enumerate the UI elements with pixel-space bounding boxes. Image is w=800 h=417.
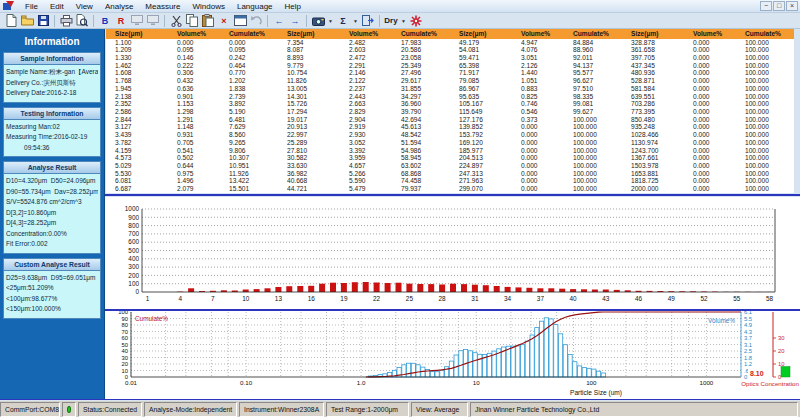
size-cell: 9.779: [278, 62, 340, 70]
size-cell: 6.687: [106, 185, 168, 193]
svg-text:900: 900: [128, 214, 139, 221]
volume-cell: 2.919: [340, 123, 392, 131]
volume-cell: 0.095: [168, 46, 220, 54]
measure-button[interactable]: [310, 14, 326, 28]
volume-cell: 0.222: [168, 62, 220, 70]
size-cell: 59.471: [450, 54, 512, 62]
menu-bar: FileEditViewAnalyseMeassureWindowsLangua…: [0, 0, 800, 13]
menu-file[interactable]: File: [19, 1, 44, 12]
app-window: FileEditViewAnalyseMeassureWindowsLangua…: [0, 0, 800, 417]
panel-custom-analyse-result: Custom Analyse ResultD25=9.638μm D95=69.…: [3, 258, 101, 319]
volume-cell: 0.373: [512, 116, 564, 124]
svg-text:1: 1: [146, 295, 150, 302]
svg-text:10: 10: [122, 368, 128, 374]
cumulate-cell: 100.000: [564, 177, 622, 185]
volume-cell: 3.392: [340, 147, 392, 155]
cumulate-cell: 95.577: [564, 69, 622, 77]
open-file-button[interactable]: [19, 14, 35, 28]
panel-line: D10=4.320μm D50=24.096μm: [6, 176, 98, 187]
size-cell: 95.635: [450, 93, 512, 101]
volume-cell: 0.000: [512, 147, 564, 155]
panel-line: Measuring Time:2016-02-19: [6, 132, 98, 143]
cut-button[interactable]: [168, 14, 184, 28]
volume-cell: 2.126: [512, 62, 564, 70]
size-cell: 8.893: [278, 54, 340, 62]
svg-text:100: 100: [128, 280, 139, 287]
frame: [131, 312, 741, 377]
undo-button[interactable]: [248, 14, 264, 28]
table-row: 1.9450.6361.83813.0052.23731.85586.9670.…: [106, 85, 794, 93]
table-row: 3.4390.9318.56022.9972.93048.542153.7920…: [106, 131, 794, 139]
cumulate-cell: 63.602: [392, 162, 450, 170]
size-cell: 581.584: [622, 85, 684, 93]
results-table: Size(μm)Volume%Cumulate%Size(μm)Volume%C…: [106, 29, 794, 193]
volume-cell: 2.443: [340, 93, 392, 101]
sigma-button[interactable]: Σ: [335, 14, 351, 28]
back-button[interactable]: ←: [271, 14, 287, 28]
app-logo-icon: [3, 1, 15, 11]
cumulate-cell: 11.926: [220, 170, 278, 178]
panel-header: Sample Information: [3, 52, 101, 65]
volume-cell: 0.000: [684, 100, 736, 108]
table-row: 1.1000.0000.0007.3542.48217.98349.1794.9…: [106, 39, 794, 47]
size-cell: 33.630: [278, 162, 340, 170]
svg-text:2.5: 2.5: [744, 348, 752, 354]
panel-analyse-result: Analyse ResultD10=4.320μm D50=24.096μmD9…: [3, 161, 101, 254]
bold-b-button[interactable]: B: [97, 14, 113, 28]
cumulate-cell: 10.307: [220, 154, 278, 162]
volume-cell: 0.931: [168, 131, 220, 139]
volume-header: Volume%: [168, 29, 220, 39]
dry-dropdown[interactable]: ▼: [399, 14, 408, 28]
svg-text:19: 19: [340, 295, 348, 302]
minimize-button[interactable]: −: [760, 1, 772, 11]
paste-button[interactable]: [200, 14, 216, 28]
table-row: 1.4620.2220.4649.7792.29125.34965.3982.1…: [106, 62, 794, 70]
analyse-gear-button[interactable]: [408, 14, 424, 28]
size-cell: 2.138: [106, 93, 168, 101]
menu-windows[interactable]: Windows: [186, 1, 230, 12]
svg-text:25: 25: [406, 295, 414, 302]
status-led: [62, 402, 76, 417]
dry-mode-button[interactable]: Dry: [383, 14, 399, 28]
energy-bars: [177, 282, 772, 292]
monitor-2-button[interactable]: [145, 14, 161, 28]
svg-text:34: 34: [504, 295, 512, 302]
panel-line: Sample Name:粉末-gan【Average】: [6, 67, 98, 78]
size-cell: 40.668: [278, 177, 340, 185]
menu-analyse[interactable]: Analyse: [99, 1, 139, 12]
print-button[interactable]: [58, 14, 74, 28]
svg-text:20: 20: [778, 348, 784, 354]
forward-button[interactable]: →: [287, 14, 303, 28]
save-button[interactable]: [35, 14, 51, 28]
svg-text:37: 37: [537, 295, 545, 302]
menu-help[interactable]: Help: [279, 1, 307, 12]
close-button[interactable]: ×: [786, 1, 798, 11]
red-r-button[interactable]: R: [113, 14, 129, 28]
svg-text:80: 80: [122, 322, 128, 328]
size-cell: 27.810: [278, 147, 340, 155]
measure-dropdown[interactable]: ▼: [326, 14, 335, 28]
restore-button[interactable]: □: [773, 1, 785, 11]
menu-edit[interactable]: Edit: [44, 1, 70, 12]
size-cell: 3.127: [106, 123, 168, 131]
monitor-button[interactable]: [129, 14, 145, 28]
properties-button[interactable]: [232, 14, 248, 28]
print-preview-button[interactable]: [74, 14, 90, 28]
panel-line: D[4,3]=28.252μm: [6, 218, 98, 229]
size-cell: 30.582: [278, 154, 340, 162]
menu-language[interactable]: Language: [231, 1, 279, 12]
new-file-button[interactable]: [3, 14, 19, 28]
volume-cell: 0.000: [684, 77, 736, 85]
menu-view[interactable]: View: [70, 1, 99, 12]
volume-cell: 3.051: [512, 54, 564, 62]
delete-button[interactable]: ×: [216, 14, 232, 28]
cumulate-cell: 2.739: [220, 93, 278, 101]
exit-button[interactable]: [360, 14, 376, 28]
menu-items: FileEditViewAnalyseMeassureWindowsLangua…: [19, 1, 307, 12]
table-row: 3.7820.7059.26525.2893.05251.594169.1200…: [106, 139, 794, 147]
sigma-dropdown[interactable]: ▼: [351, 14, 360, 28]
menu-meassure[interactable]: Meassure: [139, 1, 186, 12]
cumulate-cell: 48.542: [392, 131, 450, 139]
copy-button[interactable]: [184, 14, 200, 28]
cumulate-cell: 9.265: [220, 139, 278, 147]
